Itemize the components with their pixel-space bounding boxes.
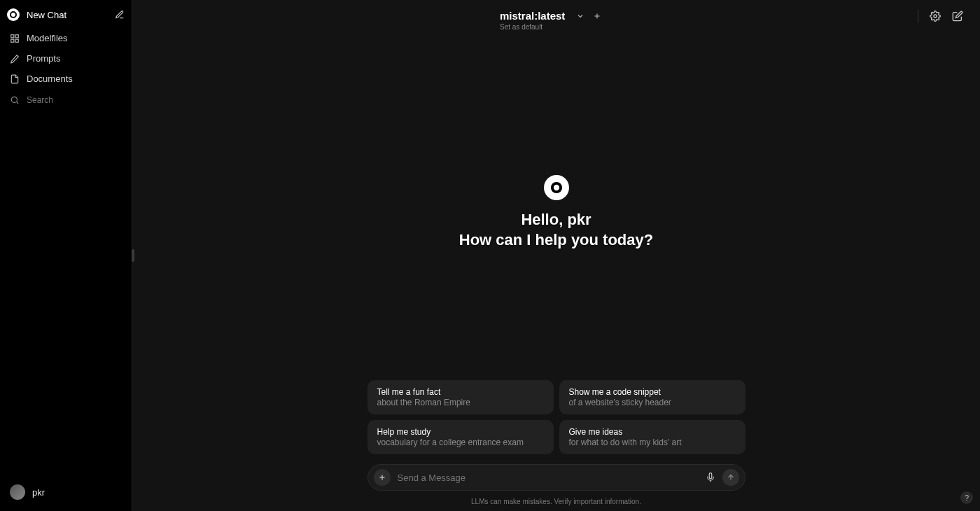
suggestion-sub: about the Roman Empire: [377, 398, 544, 407]
sidebar: New Chat Modelfiles Prompts Documents pk…: [0, 0, 132, 511]
user-menu[interactable]: pkr: [7, 480, 125, 504]
svg-line-6: [17, 102, 19, 104]
suggestion-card[interactable]: Help me study vocabulary for a college e…: [368, 420, 554, 454]
chevron-down-icon[interactable]: [576, 12, 584, 20]
sidebar-item-label: Prompts: [27, 53, 60, 64]
sidebar-item-label: Documents: [27, 74, 73, 84]
sidebar-top: New Chat: [7, 7, 125, 22]
documents-icon: [10, 74, 20, 84]
suggestion-sub: vocabulary for a college entrance exam: [377, 438, 544, 447]
username-label: pkr: [32, 487, 45, 498]
set-default-link[interactable]: Set as default: [500, 23, 601, 31]
avatar: [10, 484, 25, 500]
center-logo-icon: [544, 175, 569, 200]
greeting-line1: Hello, pkr: [132, 210, 980, 230]
sidebar-item-prompts[interactable]: Prompts: [7, 48, 125, 69]
gear-icon[interactable]: [930, 10, 941, 22]
svg-point-5: [11, 97, 17, 102]
prompt-suggestions: Tell me a fun fact about the Roman Empir…: [368, 380, 746, 454]
bottom-block: Tell me a fun fact about the Roman Empir…: [132, 380, 980, 511]
svg-point-10: [552, 183, 560, 192]
disclaimer: LLMs can make mistakes. Verify important…: [471, 498, 641, 505]
message-input[interactable]: [398, 472, 699, 483]
svg-rect-2: [15, 34, 18, 37]
model-name[interactable]: mistral:latest: [500, 10, 565, 22]
sidebar-resize-handle[interactable]: [132, 249, 134, 262]
sidebar-search[interactable]: [7, 90, 125, 110]
app-logo-icon: [7, 8, 20, 21]
greeting-line2: How can I help you today?: [132, 230, 980, 251]
svg-rect-3: [11, 39, 14, 42]
suggestion-sub: for what to do with my kids' art: [569, 438, 736, 447]
svg-point-9: [934, 15, 937, 18]
attach-button[interactable]: [374, 469, 391, 486]
suggestion-sub: of a website's sticky header: [569, 398, 736, 407]
search-input[interactable]: [27, 95, 122, 105]
welcome-center: Hello, pkr How can I help you today?: [132, 175, 980, 250]
add-model-icon[interactable]: [593, 12, 601, 20]
suggestion-title: Show me a code snippet: [569, 387, 736, 397]
suggestion-card[interactable]: Show me a code snippet of a website's st…: [559, 380, 746, 414]
microphone-icon[interactable]: [706, 472, 715, 482]
sidebar-item-label: Modelfiles: [27, 33, 68, 43]
prompts-icon: [10, 54, 20, 64]
model-selector-block: mistral:latest Set as default: [500, 10, 601, 31]
suggestion-title: Give me ideas: [569, 427, 736, 437]
sidebar-item-modelfiles[interactable]: Modelfiles: [7, 28, 125, 48]
svg-rect-4: [15, 39, 18, 42]
compose-icon[interactable]: [115, 10, 125, 20]
svg-rect-1: [11, 34, 14, 37]
suggestion-card[interactable]: Tell me a fun fact about the Roman Empir…: [368, 380, 554, 414]
modelfiles-icon: [10, 34, 20, 43]
send-button[interactable]: [722, 469, 739, 486]
main-area: mistral:latest Set as default: [132, 0, 980, 511]
edit-icon[interactable]: [952, 10, 963, 22]
suggestion-title: Tell me a fun fact: [377, 387, 544, 397]
greeting: Hello, pkr How can I help you today?: [132, 210, 980, 250]
search-icon: [10, 95, 20, 105]
help-button[interactable]: ?: [960, 491, 973, 504]
topbar: mistral:latest Set as default: [132, 0, 980, 15]
svg-point-0: [10, 12, 16, 18]
separator: [918, 10, 918, 22]
sidebar-item-documents[interactable]: Documents: [7, 69, 125, 89]
topbar-actions: [918, 10, 963, 22]
new-chat-label: New Chat: [27, 10, 66, 20]
new-chat-button[interactable]: New Chat: [7, 8, 66, 21]
suggestion-card[interactable]: Give me ideas for what to do with my kid…: [559, 420, 746, 454]
message-input-row: [368, 464, 746, 491]
suggestion-title: Help me study: [377, 427, 544, 437]
